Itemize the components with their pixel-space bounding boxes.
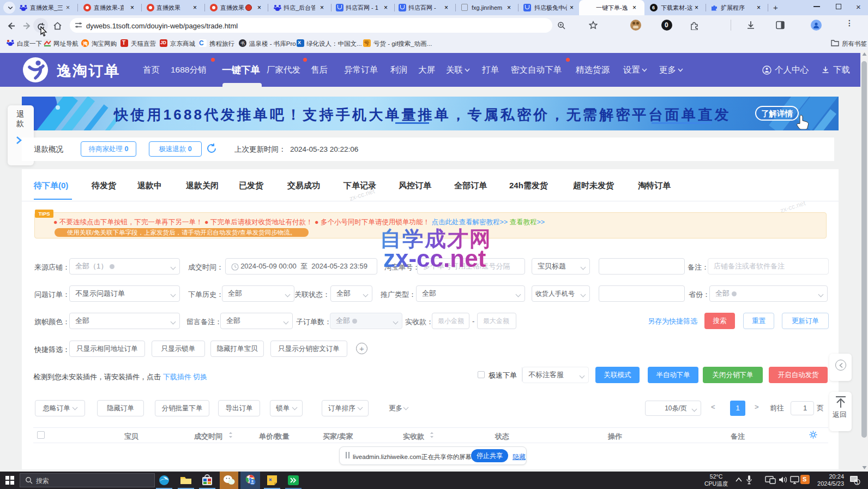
- svg-text:1: 1: [856, 480, 859, 485]
